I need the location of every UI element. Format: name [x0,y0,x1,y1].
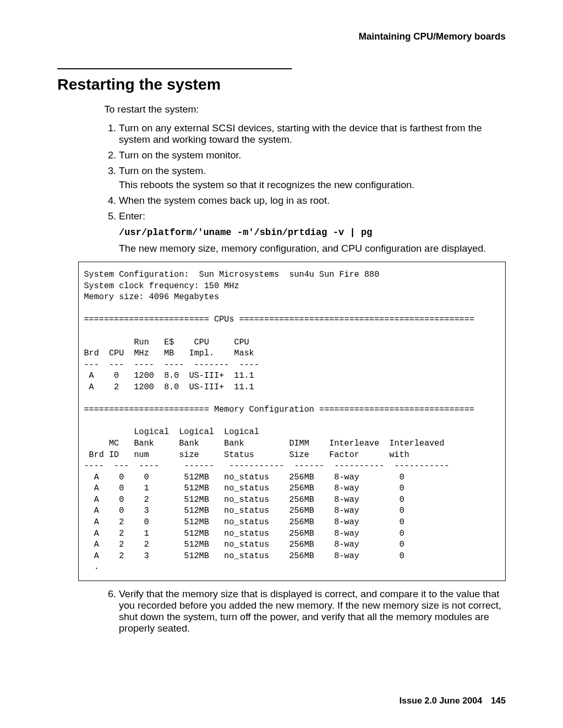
step-2: Turn on the system monitor. [119,150,506,161]
running-header: Maintaining CPU/Memory boards [57,31,506,42]
step-5-after: The new memory size, memory configuratio… [119,243,486,254]
section-rule [57,68,292,69]
body-content: To restart the system: Turn on any exter… [104,104,506,254]
step-1: Turn on any external SCSI devices, start… [119,122,506,145]
body-content-after: Verify that the memory size that is disp… [104,588,506,634]
step-5-text: Enter: [119,211,145,221]
step-6: Verify that the memory size that is disp… [119,588,506,634]
step-list-cont: Verify that the memory size that is disp… [104,588,506,634]
page-footer: Issue 2.0 June 2004 145 [399,696,506,706]
step-list: Turn on any external SCSI devices, start… [104,122,506,254]
step-3-sub: This reboots the system so that it recog… [119,179,506,191]
step-4: When the system comes back up, log in as… [119,195,506,206]
step-5-command: /usr/platform/'uname -m'/sbin/prtdiag -v… [119,227,506,238]
section-title: Restarting the system [57,76,506,93]
footer-page-number: 145 [491,696,506,706]
step-3-text: Turn on the system. [119,165,206,176]
step-5: Enter: /usr/platform/'uname -m'/sbin/prt… [119,211,506,254]
lead-text: To restart the system: [104,104,506,115]
terminal-output: System Configuration: Sun Microsystems s… [78,262,506,581]
footer-issue: Issue 2.0 June 2004 [399,696,482,706]
step-3: Turn on the system. This reboots the sys… [119,165,506,191]
page: Maintaining CPU/Memory boards Restarting… [0,0,563,728]
